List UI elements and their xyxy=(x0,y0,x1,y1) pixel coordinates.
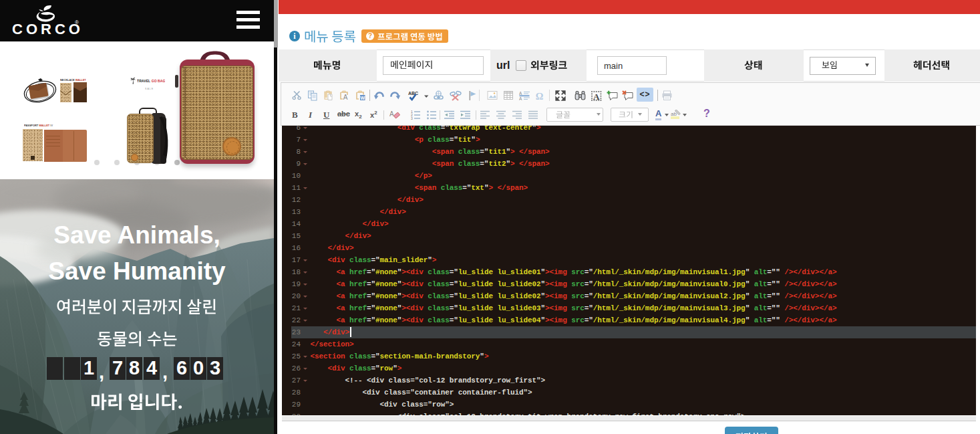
svg-text:NECKLACE WALLET: NECKLACE WALLET xyxy=(60,78,86,82)
svg-text:ABC: ABC xyxy=(408,91,418,96)
svg-text:A: A xyxy=(389,110,394,118)
svg-text:A: A xyxy=(593,92,600,102)
svg-text:3: 3 xyxy=(411,116,413,120)
svg-text:A: A xyxy=(343,94,348,101)
svg-text:PASSPORT WALLET IV: PASSPORT WALLET IV xyxy=(24,124,53,127)
svg-text:W: W xyxy=(360,96,365,100)
svg-text:SALE: SALE xyxy=(145,88,154,90)
svg-text:A: A xyxy=(519,91,522,96)
svg-text:TRAVEL GO BAG: TRAVEL GO BAG xyxy=(137,79,165,83)
svg-text:Ω: Ω xyxy=(536,91,544,102)
svg-text:A: A xyxy=(519,96,522,101)
